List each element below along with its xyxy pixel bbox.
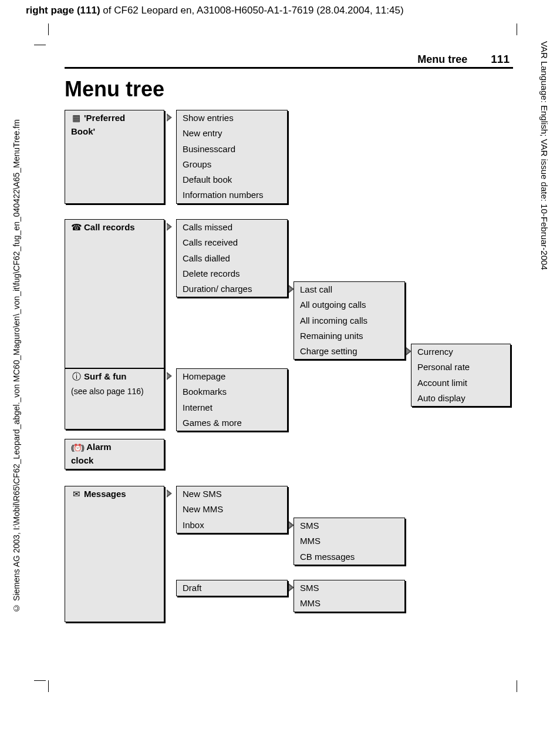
- crop-mark: [48, 680, 49, 692]
- globe-icon: ⓘ: [71, 371, 82, 382]
- menu-item: Delete records: [177, 266, 287, 281]
- lvl1-label: ✉Messages: [65, 486, 164, 502]
- lvl1-preferred-book: ▦'Preferred Book': [65, 110, 164, 204]
- menu-item: Auto display: [411, 391, 510, 406]
- menu-item: Information numbers: [177, 187, 287, 203]
- menu-item: Calls dialled: [177, 251, 287, 266]
- lvl2-messages-items: New SMS New MMS Inbox: [176, 486, 288, 533]
- menu-tree: ▦'Preferred Book' Show entries New entry…: [65, 110, 513, 650]
- alarm-icon: ((⏰)): [71, 443, 82, 452]
- menu-item: SMS: [294, 580, 404, 596]
- lvl4-charge-items: Currency Personal rate Account limit Aut…: [411, 344, 511, 407]
- lvl1-label: clock: [65, 455, 164, 468]
- lvl3-draft-items: SMS MMS: [294, 580, 405, 612]
- expand-arrow-icon: [167, 489, 172, 498]
- doc-header: right page (111) of CF62 Leopard en, A31…: [0, 0, 560, 20]
- doc-header-rest: of CF62 Leopard en, A31008-H6050-A1-1-76…: [100, 5, 404, 16]
- book-icon: ▦: [71, 112, 82, 124]
- lvl1-label: Book': [65, 126, 164, 139]
- lvl1-label: ((⏰)) Alarm: [65, 439, 164, 455]
- lvl1-note: (see also page 116): [65, 384, 164, 399]
- crop-mark: [48, 23, 49, 35]
- expand-arrow-icon: [167, 223, 172, 231]
- right-margin-var: VAR Language: English; VAR issue date: 1…: [539, 41, 549, 270]
- menu-item: Account limit: [411, 375, 510, 391]
- menu-item: Businesscard: [177, 142, 287, 157]
- menu-item: Homepage: [177, 369, 287, 384]
- doc-header-bold: right page (111): [26, 5, 100, 16]
- running-title: Menu tree: [417, 53, 467, 66]
- menu-item: All incoming calls: [294, 313, 404, 328]
- page-body: Menu tree 111 Menu tree ▦'Preferred Book…: [65, 53, 513, 650]
- menu-item: CB messages: [294, 549, 404, 565]
- menu-item: Inbox: [177, 518, 287, 533]
- menu-item: New SMS: [177, 486, 287, 502]
- menu-item: Show entries: [177, 110, 287, 126]
- expand-arrow-icon: [167, 372, 172, 380]
- menu-item: Bookmarks: [177, 384, 287, 399]
- lvl2-surf-items: Homepage Bookmarks Internet Games & more: [176, 368, 288, 431]
- lvl1-label: ▦'Preferred: [65, 110, 164, 126]
- menu-item: Draft: [177, 580, 287, 596]
- menu-item: New entry: [177, 126, 287, 141]
- lvl3-inbox-items: SMS MMS CB messages: [294, 518, 405, 565]
- lvl2-callrecords-items: Calls missed Calls received Calls dialle…: [176, 219, 288, 297]
- menu-item: Currency: [411, 344, 510, 360]
- menu-item: Calls received: [177, 235, 287, 250]
- lvl1-alarm-clock: ((⏰)) Alarm clock: [65, 439, 164, 469]
- phone-icon: ☎: [71, 221, 82, 233]
- lvl2-messages-draft: Draft: [176, 580, 288, 596]
- menu-item: Remaining units: [294, 328, 404, 344]
- crop-mark: [517, 23, 517, 35]
- lvl1-label: ☎Call records: [65, 220, 164, 235]
- menu-item: Groups: [177, 157, 287, 172]
- menu-item: Personal rate: [411, 360, 510, 375]
- page-title: Menu tree: [65, 77, 513, 102]
- menu-item: Last call: [294, 282, 404, 297]
- menu-item: Internet: [177, 400, 287, 415]
- lvl3-duration-items: Last call All outgoing calls All incomin…: [294, 281, 405, 360]
- left-margin-path: © Siemens AG 2003, I:\Mobil\R65\CF62_Leo…: [12, 119, 21, 613]
- menu-item: Charge setting: [294, 344, 404, 359]
- menu-item: All outgoing calls: [294, 297, 404, 313]
- lvl2-preferred-items: Show entries New entry Businesscard Grou…: [176, 110, 288, 204]
- expand-arrow-icon: [167, 113, 172, 122]
- menu-item: Duration/ charges: [177, 281, 287, 297]
- lvl1-call-records: ☎Call records: [65, 219, 164, 368]
- menu-item: Calls missed: [177, 220, 287, 235]
- menu-item: New MMS: [177, 502, 287, 517]
- lvl1-messages: ✉Messages: [65, 486, 164, 622]
- lvl1-label: ⓘSurf & fun: [65, 369, 164, 384]
- menu-item: Games & more: [177, 415, 287, 431]
- crop-mark: [34, 45, 46, 45]
- envelope-icon: ✉: [71, 488, 82, 500]
- crop-mark: [517, 680, 517, 692]
- lvl1-surf-fun: ⓘSurf & fun (see also page 116): [65, 368, 164, 429]
- menu-item: MMS: [294, 533, 404, 549]
- menu-item: MMS: [294, 596, 404, 611]
- menu-item: Default book: [177, 172, 287, 187]
- menu-item: SMS: [294, 518, 404, 533]
- page-number: 111: [491, 53, 513, 66]
- crop-mark: [34, 680, 46, 681]
- running-head: Menu tree 111: [65, 53, 513, 69]
